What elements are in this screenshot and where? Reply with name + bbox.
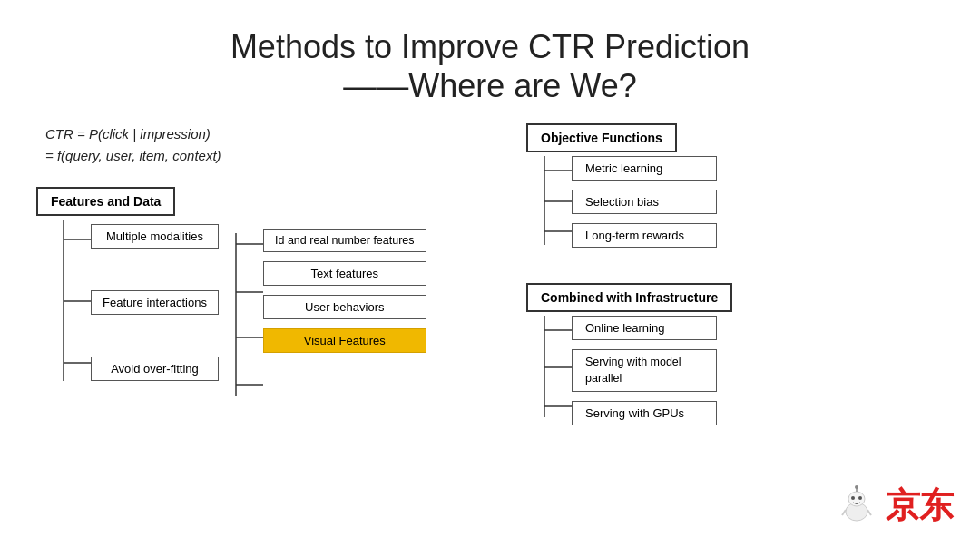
metric-learning-box: Metric learning xyxy=(572,156,717,181)
slide: Methods to Improve CTR Prediction ——Wher… xyxy=(0,0,980,547)
serving-model-parallel-box: Serving with model parallel xyxy=(572,349,717,392)
svg-point-19 xyxy=(851,496,855,500)
online-learning-box: Online learning xyxy=(572,316,717,340)
svg-line-24 xyxy=(867,510,871,515)
level2-items: Id and real number features Text feature… xyxy=(263,229,426,353)
infrastructure-section: Combined with Infrastructure Online lear… xyxy=(526,283,935,434)
formula: CTR = P(click | impression) = f(query, u… xyxy=(45,123,508,167)
long-term-rewards-box: Long-term rewards xyxy=(572,223,717,248)
level1-items: Multiple modalities Feature interactions… xyxy=(91,224,219,381)
jd-robot-icon xyxy=(835,484,878,528)
title-line2: ——Where are We? xyxy=(36,66,944,105)
objective-functions-section: Objective Functions Metric learning Se xyxy=(526,123,935,256)
selection-bias-box: Selection bias xyxy=(572,190,717,214)
formula-line1: CTR = P(click | impression) xyxy=(45,123,508,145)
visual-features-box: Visual Features xyxy=(263,328,426,353)
jd-brand-text: 京东 xyxy=(886,483,953,529)
serving-gpus-box: Serving with GPUs xyxy=(572,401,717,425)
feature-interactions-box: Feature interactions xyxy=(91,290,219,315)
id-real-number-box: Id and real number features xyxy=(263,229,426,252)
svg-point-22 xyxy=(855,485,858,489)
svg-point-20 xyxy=(858,496,862,500)
user-behaviors-box: User behaviors xyxy=(263,295,426,319)
title-line1: Methods to Improve CTR Prediction xyxy=(36,27,944,66)
slide-title: Methods to Improve CTR Prediction ——Wher… xyxy=(36,27,944,105)
combined-infra-box: Combined with Infrastructure xyxy=(526,283,732,312)
features-and-data-box: Features and Data xyxy=(36,187,175,216)
left-tree: Features and Data xyxy=(36,187,508,419)
multiple-modalities-box: Multiple modalities xyxy=(91,224,219,249)
right-side: Objective Functions Metric learning Se xyxy=(508,123,935,452)
avoid-overfitting-box: Avoid over-fitting xyxy=(91,357,219,381)
objective-functions-box: Objective Functions xyxy=(526,123,677,152)
text-features-box: Text features xyxy=(263,261,426,286)
svg-line-23 xyxy=(842,510,846,515)
left-side: CTR = P(click | impression) = f(query, u… xyxy=(36,123,508,452)
jd-logo: 京东 xyxy=(835,483,953,529)
content-area: CTR = P(click | impression) = f(query, u… xyxy=(36,123,944,452)
formula-line2: = f(query, user, item, context) xyxy=(45,145,508,167)
